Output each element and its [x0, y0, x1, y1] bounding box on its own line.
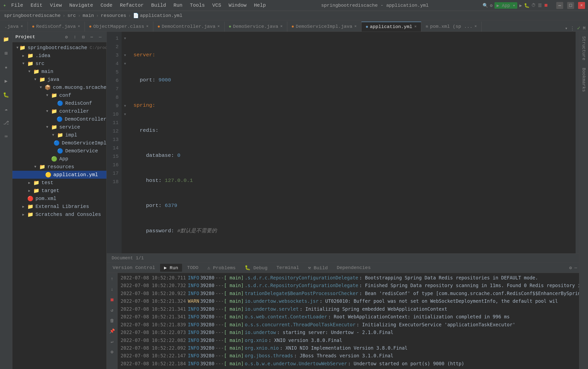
code-editor[interactable]: server: port: 9000 spring: redis: databa…: [129, 32, 576, 253]
tab-close-icon-4[interactable]: ×: [217, 24, 220, 29]
tree-item-democontroller[interactable]: ▶ 🔵 DemoController: [12, 115, 106, 123]
console-tab-version-control[interactable]: Version Control: [109, 264, 159, 271]
run-scroll-top-icon[interactable]: ↑: [108, 275, 116, 283]
tree-item-idea[interactable]: ▶ 📁 .idea: [12, 52, 106, 60]
tree-item-impl[interactable]: ▼ 📁 impl: [12, 131, 106, 139]
sidebar-project-icon[interactable]: 📁: [2, 35, 11, 44]
maximize-button[interactable]: □: [567, 2, 574, 9]
run-scroll-bottom-icon[interactable]: ↓: [108, 285, 116, 293]
run-clear-icon[interactable]: 🗑: [108, 317, 116, 325]
tree-item-service[interactable]: ▼ 📁 service: [12, 123, 106, 131]
tree-item-package[interactable]: ▼ 📦 com.mucong.srcache: [12, 83, 106, 91]
run-filter-icon[interactable]: ⚙: [108, 348, 116, 356]
menu-edit[interactable]: Edit: [29, 2, 44, 9]
console-settings-icon[interactable]: ⚙: [569, 265, 572, 270]
tree-item-pomxml[interactable]: ▶ 🔴 pom.xml: [12, 195, 106, 202]
run-wrap-icon[interactable]: ↵: [108, 337, 116, 345]
tree-item-demoserviceimpl[interactable]: ▶ 🔵 DemoServiceImpl: [12, 139, 106, 147]
tab-applicationyml[interactable]: application.yml ×: [361, 22, 422, 32]
sidebar-debug-icon[interactable]: 🐛: [2, 90, 11, 99]
right-label-structure[interactable]: Structure: [580, 34, 587, 62]
sidebar-git-icon[interactable]: ⎇: [2, 118, 11, 127]
run-pin-icon[interactable]: 📌: [108, 327, 116, 335]
tree-item-main[interactable]: ▼ 📁 main: [12, 67, 106, 75]
tree-item-java[interactable]: ▼ 📁 java: [12, 75, 106, 83]
tab-close-icon-7[interactable]: ×: [414, 25, 417, 29]
tab-demoserviceimpl[interactable]: DemoServiceImpl.java ×: [287, 22, 361, 32]
search-icon[interactable]: 🔍: [483, 3, 488, 8]
minimize-button[interactable]: —: [556, 2, 563, 9]
tree-item-demoservice[interactable]: ▶ 🔵 DemoService: [12, 147, 106, 155]
console-tab-todo[interactable]: TODO: [183, 264, 202, 271]
menu-build[interactable]: Build: [150, 2, 167, 9]
sidebar-favorites-icon[interactable]: ★: [2, 63, 11, 71]
breadcrumb-part-3[interactable]: resources: [101, 13, 126, 18]
panel-scroll-icon[interactable]: ↕: [72, 34, 78, 40]
settings-icon[interactable]: ⚙: [490, 3, 493, 8]
console-tab-problems[interactable]: ⚠ Problems: [203, 264, 240, 272]
tab-list-dropdown[interactable]: ▾: [565, 26, 568, 31]
console-tab-build[interactable]: ⚒ Build: [304, 264, 332, 272]
tree-item-root[interactable]: ▼ 📁 springbootrediscache C:/product/spri…: [12, 44, 106, 52]
tree-item-ext-libs[interactable]: ▶ 📁 External Libraries: [12, 202, 106, 210]
tab-close-icon[interactable]: ×: [21, 24, 23, 29]
tab-java[interactable]: .java ×: [0, 22, 28, 32]
run-icon[interactable]: ▶: [519, 3, 522, 8]
tab-close-icon-5[interactable]: ×: [280, 24, 283, 29]
tree-item-target[interactable]: ▶ 📁 target: [12, 187, 106, 195]
menu-help[interactable]: Help: [252, 2, 267, 9]
tab-settings-icon[interactable]: ⋮: [570, 26, 575, 31]
fold-icon-10[interactable]: ▼: [124, 112, 126, 116]
sidebar-structure-icon[interactable]: ⊞: [2, 49, 11, 58]
menu-window[interactable]: Window: [227, 2, 248, 9]
tree-item-conf[interactable]: ▼ 📁 conf: [12, 91, 106, 99]
panel-settings-icon[interactable]: ⚙: [63, 34, 70, 40]
coverage-icon[interactable]: ☰: [538, 3, 542, 8]
console-close-icon[interactable]: —: [574, 265, 577, 270]
tab-democontroller[interactable]: DemoController.java ×: [153, 22, 225, 32]
run-rerun-icon[interactable]: ↺: [108, 306, 116, 314]
tree-item-redisconf[interactable]: ▶ 🔵 RedisConf: [12, 99, 106, 107]
tab-close-icon-6[interactable]: ×: [354, 24, 357, 29]
menu-code[interactable]: Code: [99, 2, 114, 9]
tab-close-icon-2[interactable]: ×: [78, 24, 80, 29]
fold-icon-4[interactable]: ▼: [124, 62, 126, 66]
tree-item-src[interactable]: ▼ 📁 src: [12, 60, 106, 67]
tree-item-controller[interactable]: ▼ 📁 controller: [12, 107, 106, 115]
fold-icon-9[interactable]: ▼: [124, 104, 126, 108]
panel-hide-icon[interactable]: —: [97, 34, 103, 40]
menu-view[interactable]: View: [48, 2, 63, 9]
tab-demoservice[interactable]: DemoService.java ×: [225, 22, 287, 32]
close-button[interactable]: ×: [578, 2, 585, 9]
stop-icon[interactable]: ⏹: [544, 3, 548, 8]
maven-icon[interactable]: M: [583, 26, 586, 31]
fold-icon-1[interactable]: ▼: [124, 36, 126, 40]
breadcrumb-part-2[interactable]: main: [83, 13, 94, 18]
menu-file[interactable]: File: [10, 2, 25, 9]
debug-icon[interactable]: 🐛: [524, 3, 529, 8]
profile-icon[interactable]: ⏱: [531, 3, 536, 8]
menu-vcs[interactable]: VCS: [211, 2, 223, 9]
console-tab-dependencies[interactable]: Dependencies: [333, 264, 375, 271]
console-tab-terminal[interactable]: Terminal: [272, 264, 303, 271]
right-label-bookmarks[interactable]: Bookmarks: [580, 66, 587, 94]
console-tab-debug[interactable]: 🐛 Debug: [241, 264, 271, 272]
tab-objectmapper[interactable]: ObjectMapper.class ×: [85, 22, 153, 32]
tree-item-app[interactable]: ▶ 🟢 App: [12, 155, 106, 163]
breadcrumb-part-1[interactable]: src: [67, 13, 76, 18]
sidebar-services-icon[interactable]: ☁: [2, 104, 11, 113]
panel-collapse-icon[interactable]: ⊟: [80, 34, 87, 40]
sidebar-terminal-icon[interactable]: ⌨: [2, 132, 11, 141]
tree-item-applicationyml[interactable]: ▶ 🟡 application.yml: [12, 171, 106, 179]
tab-redisconf[interactable]: RedisConf.java ×: [28, 22, 85, 32]
sidebar-run-icon[interactable]: ▶: [2, 76, 11, 85]
tree-item-test[interactable]: ▶ 📁 test: [12, 179, 106, 187]
tab-close-icon-8[interactable]: ×: [474, 24, 477, 29]
console-tab-run[interactable]: ▶ Run: [160, 264, 182, 272]
fold-icon-3[interactable]: ▼: [124, 53, 126, 57]
tree-item-scratches[interactable]: ▶ 📁 Scratches and Consoles: [12, 210, 106, 218]
menu-navigate[interactable]: Navigate: [68, 2, 95, 9]
tab-close-icon-3[interactable]: ×: [146, 24, 149, 29]
run-stop-icon[interactable]: ⏹: [108, 296, 116, 304]
tab-pomxml[interactable]: m pom.xml (sp ... ×: [421, 22, 482, 32]
